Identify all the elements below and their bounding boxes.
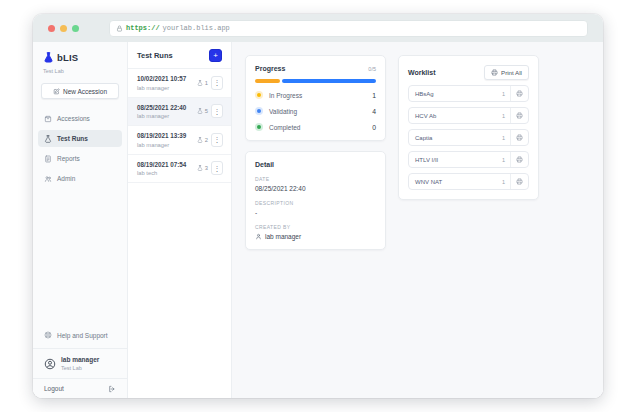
run-menu-button[interactable]: ⋮	[211, 133, 223, 147]
date-label: DATE	[255, 176, 376, 182]
kebab-menu-icon: ⋮	[214, 136, 221, 143]
sidebar-item-test-runs[interactable]: Test Runs	[38, 130, 122, 147]
sidebar-nav: Accessions Test Runs Reports	[33, 110, 127, 187]
progress-row-label: In Progress	[269, 92, 372, 99]
blis-flask-logo-icon	[43, 52, 54, 63]
worklist-item-count: 1	[502, 135, 505, 141]
logout-button[interactable]: Logout	[33, 378, 127, 398]
test-run-list-item[interactable]: 08/19/2021 07:54 lab tech 3 ⋮	[128, 155, 231, 184]
created-by-label: CREATED BY	[255, 224, 376, 230]
worklist-item: HBsAg 1	[408, 85, 529, 102]
sidebar-top: bLIS Test Lab New Accession	[33, 42, 127, 99]
browser-titlebar: https:// yourlab.blis.app	[33, 14, 603, 42]
printer-icon	[516, 134, 523, 141]
description-value: -	[255, 209, 376, 216]
created-by-value: lab manager	[265, 233, 301, 240]
print-item-button[interactable]	[510, 130, 528, 145]
worklist-item-count: 1	[502, 157, 505, 163]
description-label: DESCRIPTION	[255, 200, 376, 206]
app-content: bLIS Test Lab New Accession	[33, 42, 603, 398]
minimize-window-button[interactable]	[60, 25, 67, 32]
sidebar: bLIS Test Lab New Accession	[33, 42, 128, 398]
run-texts: 08/19/2021 07:54 lab tech	[137, 161, 186, 177]
progress-row-in-progress: In Progress 1	[255, 91, 376, 99]
detail-title: Detail	[255, 161, 274, 168]
print-item-button[interactable]	[510, 152, 528, 167]
run-count-value: 3	[205, 165, 208, 171]
worklist-item-name: HCV Ab	[415, 113, 502, 119]
address-bar[interactable]: https:// yourlab.blis.app	[109, 20, 588, 37]
worklist-item: WNV NAT 1	[408, 173, 529, 190]
logo: bLIS	[41, 52, 119, 63]
worklist-item-name: HBsAg	[415, 91, 502, 97]
worklist-item-count: 1	[502, 91, 505, 97]
sidebar-item-accessions[interactable]: Accessions	[38, 110, 122, 127]
created-by-row: lab manager	[255, 233, 376, 240]
run-date: 08/19/2021 13:39	[137, 132, 186, 139]
completed-status-dot	[257, 125, 261, 129]
url-host: yourlab.blis.app	[163, 24, 230, 32]
test-run-list-item[interactable]: 08/19/2021 13:39 lab manager 2 ⋮	[128, 126, 231, 155]
progress-title: Progress	[255, 65, 285, 72]
sidebar-item-reports[interactable]: Reports	[38, 150, 122, 167]
run-sample-count: 5	[197, 108, 208, 114]
left-column: Progress 0/5 In Progress 1	[245, 55, 386, 250]
help-label: Help and Support	[57, 332, 108, 339]
right-column: Worklist Print All HBsAg 1	[398, 55, 539, 200]
progress-row-value: 1	[372, 92, 376, 99]
detail-card: Detail DATE 08/25/2021 22:40 DESCRIPTION…	[245, 151, 386, 250]
sidebar-item-label: Admin	[57, 175, 75, 182]
main-content: Progress 0/5 In Progress 1	[232, 42, 603, 398]
worklist-item-count: 1	[502, 113, 505, 119]
run-menu-button[interactable]: ⋮	[211, 104, 223, 118]
edit-pencil-icon	[53, 88, 60, 95]
help-and-support-link[interactable]: Help and Support	[33, 323, 127, 348]
url-scheme: https://	[126, 24, 160, 32]
test-run-list-item[interactable]: 10/02/2021 10:57 lab manager 1 ⋮	[128, 69, 231, 98]
printer-icon	[516, 156, 523, 163]
worklist-item: HCV Ab 1	[408, 107, 529, 124]
sidebar-bottom: Help and Support lab manager Test Lab Lo…	[33, 323, 127, 398]
new-accession-button[interactable]: New Accession	[41, 83, 119, 99]
progress-bar	[255, 79, 376, 83]
add-test-run-button[interactable]: +	[209, 49, 222, 62]
window-controls	[48, 25, 79, 32]
test-runs-title: Test Runs	[137, 51, 173, 60]
flask-icon	[197, 165, 203, 171]
worklist-card: Worklist Print All HBsAg 1	[398, 55, 539, 200]
close-window-button[interactable]	[48, 25, 55, 32]
date-value: 08/25/2021 22:40	[255, 185, 376, 192]
user-texts: lab manager Test Lab	[61, 356, 99, 371]
print-item-button[interactable]	[510, 174, 528, 189]
print-all-button[interactable]: Print All	[484, 65, 529, 80]
run-meta: 5 ⋮	[197, 104, 223, 118]
run-menu-button[interactable]: ⋮	[211, 76, 223, 90]
test-run-list-item-selected[interactable]: 08/25/2021 22:40 lab manager 5 ⋮	[128, 98, 231, 127]
progress-row-value: 4	[372, 108, 376, 115]
validating-status-dot	[257, 109, 261, 113]
print-item-button[interactable]	[510, 86, 528, 101]
worklist-item: Captia 1	[408, 129, 529, 146]
sidebar-item-label: Reports	[57, 155, 80, 162]
user-name: lab manager	[61, 356, 99, 363]
current-user[interactable]: lab manager Test Lab	[33, 348, 127, 378]
worklist-item: HTLV I/II 1	[408, 151, 529, 168]
zoom-window-button[interactable]	[72, 25, 79, 32]
printer-icon	[516, 178, 523, 185]
sidebar-item-label: Test Runs	[57, 135, 88, 142]
run-date: 08/19/2021 07:54	[137, 161, 186, 168]
kebab-menu-icon: ⋮	[214, 165, 221, 172]
run-texts: 08/25/2021 22:40 lab manager	[137, 104, 186, 120]
progress-row-validating: Validating 4	[255, 107, 376, 115]
print-item-button[interactable]	[510, 108, 528, 123]
sidebar-item-admin[interactable]: Admin	[38, 170, 122, 187]
logout-label: Logout	[44, 385, 64, 392]
run-sample-count: 2	[197, 137, 208, 143]
plus-icon: +	[213, 52, 218, 60]
run-meta: 2 ⋮	[197, 133, 223, 147]
archive-box-icon	[44, 115, 52, 123]
lock-icon	[116, 25, 123, 32]
worklist-title: Worklist	[408, 69, 436, 76]
run-menu-button[interactable]: ⋮	[211, 161, 223, 175]
worklist-header: Worklist Print All	[408, 65, 529, 80]
